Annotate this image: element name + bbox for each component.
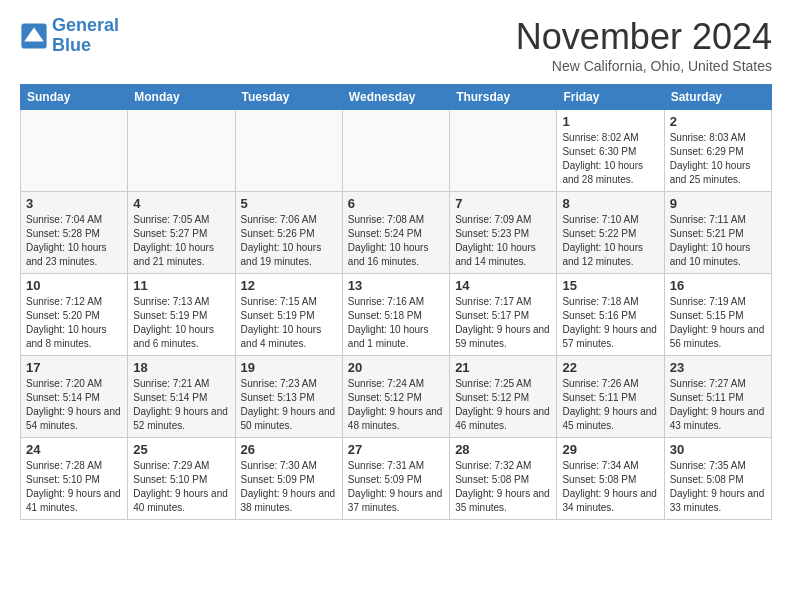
calendar-day-cell	[128, 110, 235, 192]
day-info: Sunrise: 7:13 AM Sunset: 5:19 PM Dayligh…	[133, 295, 229, 351]
day-number: 6	[348, 196, 444, 211]
day-info: Sunrise: 7:19 AM Sunset: 5:15 PM Dayligh…	[670, 295, 766, 351]
day-number: 27	[348, 442, 444, 457]
day-info: Sunrise: 7:05 AM Sunset: 5:27 PM Dayligh…	[133, 213, 229, 269]
calendar-day-cell: 23Sunrise: 7:27 AM Sunset: 5:11 PM Dayli…	[664, 356, 771, 438]
day-info: Sunrise: 7:08 AM Sunset: 5:24 PM Dayligh…	[348, 213, 444, 269]
day-info: Sunrise: 7:25 AM Sunset: 5:12 PM Dayligh…	[455, 377, 551, 433]
title-block: November 2024 New California, Ohio, Unit…	[516, 16, 772, 74]
day-number: 8	[562, 196, 658, 211]
calendar-day-cell: 18Sunrise: 7:21 AM Sunset: 5:14 PM Dayli…	[128, 356, 235, 438]
calendar-day-cell	[21, 110, 128, 192]
calendar-day-cell: 4Sunrise: 7:05 AM Sunset: 5:27 PM Daylig…	[128, 192, 235, 274]
calendar-day-cell: 15Sunrise: 7:18 AM Sunset: 5:16 PM Dayli…	[557, 274, 664, 356]
day-number: 23	[670, 360, 766, 375]
calendar-table: SundayMondayTuesdayWednesdayThursdayFrid…	[20, 84, 772, 520]
day-info: Sunrise: 7:30 AM Sunset: 5:09 PM Dayligh…	[241, 459, 337, 515]
day-info: Sunrise: 7:10 AM Sunset: 5:22 PM Dayligh…	[562, 213, 658, 269]
day-info: Sunrise: 7:27 AM Sunset: 5:11 PM Dayligh…	[670, 377, 766, 433]
day-info: Sunrise: 7:28 AM Sunset: 5:10 PM Dayligh…	[26, 459, 122, 515]
weekday-header-cell: Sunday	[21, 85, 128, 110]
header: General Blue November 2024 New Californi…	[20, 16, 772, 74]
day-number: 19	[241, 360, 337, 375]
calendar-day-cell	[342, 110, 449, 192]
day-number: 22	[562, 360, 658, 375]
day-number: 17	[26, 360, 122, 375]
day-number: 28	[455, 442, 551, 457]
day-number: 11	[133, 278, 229, 293]
logo-line1: General	[52, 15, 119, 35]
calendar-day-cell: 17Sunrise: 7:20 AM Sunset: 5:14 PM Dayli…	[21, 356, 128, 438]
calendar-day-cell: 11Sunrise: 7:13 AM Sunset: 5:19 PM Dayli…	[128, 274, 235, 356]
calendar-day-cell: 24Sunrise: 7:28 AM Sunset: 5:10 PM Dayli…	[21, 438, 128, 520]
day-number: 7	[455, 196, 551, 211]
calendar-day-cell: 12Sunrise: 7:15 AM Sunset: 5:19 PM Dayli…	[235, 274, 342, 356]
day-number: 9	[670, 196, 766, 211]
calendar-day-cell: 3Sunrise: 7:04 AM Sunset: 5:28 PM Daylig…	[21, 192, 128, 274]
day-number: 24	[26, 442, 122, 457]
weekday-header-cell: Tuesday	[235, 85, 342, 110]
day-number: 29	[562, 442, 658, 457]
day-number: 5	[241, 196, 337, 211]
day-number: 13	[348, 278, 444, 293]
calendar-day-cell: 7Sunrise: 7:09 AM Sunset: 5:23 PM Daylig…	[450, 192, 557, 274]
day-info: Sunrise: 7:11 AM Sunset: 5:21 PM Dayligh…	[670, 213, 766, 269]
weekday-header-cell: Monday	[128, 85, 235, 110]
calendar-day-cell: 5Sunrise: 7:06 AM Sunset: 5:26 PM Daylig…	[235, 192, 342, 274]
day-info: Sunrise: 7:23 AM Sunset: 5:13 PM Dayligh…	[241, 377, 337, 433]
calendar-day-cell: 13Sunrise: 7:16 AM Sunset: 5:18 PM Dayli…	[342, 274, 449, 356]
day-number: 14	[455, 278, 551, 293]
calendar-day-cell: 19Sunrise: 7:23 AM Sunset: 5:13 PM Dayli…	[235, 356, 342, 438]
calendar-week-row: 17Sunrise: 7:20 AM Sunset: 5:14 PM Dayli…	[21, 356, 772, 438]
page: General Blue November 2024 New Californi…	[0, 0, 792, 536]
day-info: Sunrise: 7:34 AM Sunset: 5:08 PM Dayligh…	[562, 459, 658, 515]
weekday-header-row: SundayMondayTuesdayWednesdayThursdayFrid…	[21, 85, 772, 110]
month-title: November 2024	[516, 16, 772, 58]
day-number: 15	[562, 278, 658, 293]
day-info: Sunrise: 7:35 AM Sunset: 5:08 PM Dayligh…	[670, 459, 766, 515]
day-number: 18	[133, 360, 229, 375]
day-number: 12	[241, 278, 337, 293]
logo-text: General Blue	[52, 16, 119, 56]
calendar-day-cell: 27Sunrise: 7:31 AM Sunset: 5:09 PM Dayli…	[342, 438, 449, 520]
calendar-day-cell: 16Sunrise: 7:19 AM Sunset: 5:15 PM Dayli…	[664, 274, 771, 356]
day-info: Sunrise: 7:15 AM Sunset: 5:19 PM Dayligh…	[241, 295, 337, 351]
day-info: Sunrise: 7:04 AM Sunset: 5:28 PM Dayligh…	[26, 213, 122, 269]
logo-icon	[20, 22, 48, 50]
calendar-week-row: 1Sunrise: 8:02 AM Sunset: 6:30 PM Daylig…	[21, 110, 772, 192]
calendar-week-row: 10Sunrise: 7:12 AM Sunset: 5:20 PM Dayli…	[21, 274, 772, 356]
weekday-header-cell: Wednesday	[342, 85, 449, 110]
day-info: Sunrise: 7:32 AM Sunset: 5:08 PM Dayligh…	[455, 459, 551, 515]
calendar-day-cell: 25Sunrise: 7:29 AM Sunset: 5:10 PM Dayli…	[128, 438, 235, 520]
day-info: Sunrise: 8:03 AM Sunset: 6:29 PM Dayligh…	[670, 131, 766, 187]
calendar-day-cell: 14Sunrise: 7:17 AM Sunset: 5:17 PM Dayli…	[450, 274, 557, 356]
day-info: Sunrise: 7:20 AM Sunset: 5:14 PM Dayligh…	[26, 377, 122, 433]
logo: General Blue	[20, 16, 119, 56]
day-info: Sunrise: 7:16 AM Sunset: 5:18 PM Dayligh…	[348, 295, 444, 351]
calendar-day-cell	[450, 110, 557, 192]
calendar-day-cell: 30Sunrise: 7:35 AM Sunset: 5:08 PM Dayli…	[664, 438, 771, 520]
calendar-day-cell: 28Sunrise: 7:32 AM Sunset: 5:08 PM Dayli…	[450, 438, 557, 520]
weekday-header-cell: Thursday	[450, 85, 557, 110]
calendar-day-cell: 8Sunrise: 7:10 AM Sunset: 5:22 PM Daylig…	[557, 192, 664, 274]
weekday-header-cell: Friday	[557, 85, 664, 110]
day-info: Sunrise: 7:26 AM Sunset: 5:11 PM Dayligh…	[562, 377, 658, 433]
calendar-day-cell: 6Sunrise: 7:08 AM Sunset: 5:24 PM Daylig…	[342, 192, 449, 274]
day-number: 26	[241, 442, 337, 457]
day-info: Sunrise: 7:24 AM Sunset: 5:12 PM Dayligh…	[348, 377, 444, 433]
calendar-day-cell: 2Sunrise: 8:03 AM Sunset: 6:29 PM Daylig…	[664, 110, 771, 192]
weekday-header-cell: Saturday	[664, 85, 771, 110]
calendar-day-cell: 20Sunrise: 7:24 AM Sunset: 5:12 PM Dayli…	[342, 356, 449, 438]
calendar-week-row: 3Sunrise: 7:04 AM Sunset: 5:28 PM Daylig…	[21, 192, 772, 274]
day-number: 20	[348, 360, 444, 375]
calendar-day-cell: 29Sunrise: 7:34 AM Sunset: 5:08 PM Dayli…	[557, 438, 664, 520]
day-number: 3	[26, 196, 122, 211]
day-info: Sunrise: 7:09 AM Sunset: 5:23 PM Dayligh…	[455, 213, 551, 269]
day-info: Sunrise: 7:12 AM Sunset: 5:20 PM Dayligh…	[26, 295, 122, 351]
calendar-day-cell: 22Sunrise: 7:26 AM Sunset: 5:11 PM Dayli…	[557, 356, 664, 438]
location: New California, Ohio, United States	[516, 58, 772, 74]
day-number: 10	[26, 278, 122, 293]
calendar-body: 1Sunrise: 8:02 AM Sunset: 6:30 PM Daylig…	[21, 110, 772, 520]
day-info: Sunrise: 7:17 AM Sunset: 5:17 PM Dayligh…	[455, 295, 551, 351]
day-number: 1	[562, 114, 658, 129]
